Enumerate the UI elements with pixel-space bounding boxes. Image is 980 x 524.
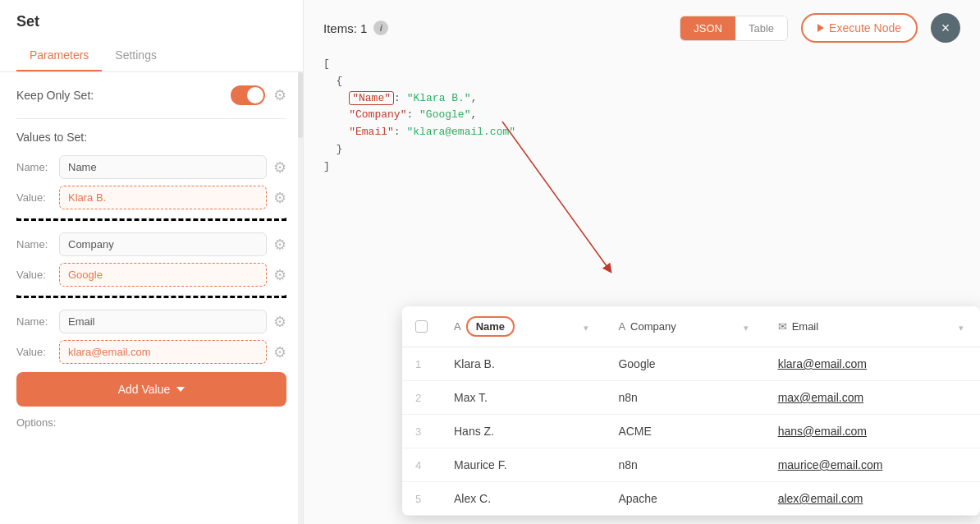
field-name-val-gear-icon[interactable]: ⚙ bbox=[273, 189, 286, 207]
table-overlay: A Name ▾ A Company ▾ bbox=[402, 306, 980, 516]
name-type-icon: A bbox=[454, 320, 461, 333]
th-company: A Company ▾ bbox=[605, 306, 764, 347]
execute-node-button[interactable]: Execute Node bbox=[801, 13, 918, 43]
add-value-button[interactable]: Add Value bbox=[16, 372, 286, 407]
right-panel: Items: 1 i JSON Table Execute Node × [ {… bbox=[304, 0, 980, 524]
keep-only-set-label: Keep Only Set: bbox=[16, 89, 94, 102]
field-company-val-gear-icon[interactable]: ⚙ bbox=[273, 266, 286, 284]
divider-2 bbox=[16, 218, 286, 221]
tab-parameters[interactable]: Parameters bbox=[16, 40, 102, 71]
field-group-email: Name: Email ⚙ Value: klara@email.com ⚙ bbox=[16, 310, 286, 364]
table-row: 2 Max T. n8n max@email.com bbox=[402, 381, 980, 415]
keep-only-set-toggle[interactable] bbox=[231, 85, 265, 105]
row-num-2: 2 bbox=[402, 381, 441, 415]
field-name-gear-icon[interactable]: ⚙ bbox=[273, 159, 286, 177]
json-line-bracket-close: ] bbox=[323, 159, 960, 176]
keep-only-gear-icon[interactable]: ⚙ bbox=[273, 86, 286, 104]
main-container: Set Parameters Settings Keep Only Set: ⚙… bbox=[0, 0, 980, 524]
cell-name-5: Alex C. bbox=[441, 482, 605, 516]
col-header-company: A Company ▾ bbox=[618, 320, 751, 333]
tab-settings[interactable]: Settings bbox=[102, 40, 170, 71]
json-line-company: "Company": "Google", bbox=[323, 107, 960, 124]
email-col-label: Email bbox=[792, 320, 819, 333]
cell-email-1: klara@email.com bbox=[765, 347, 980, 381]
cell-name-4: Maurice F. bbox=[441, 448, 605, 482]
left-panel: Set Parameters Settings Keep Only Set: ⚙… bbox=[0, 0, 304, 524]
cell-company-5: Apache bbox=[605, 482, 764, 516]
toggle-knob bbox=[247, 87, 263, 103]
row-num-4: 4 bbox=[402, 448, 441, 482]
header-checkbox[interactable] bbox=[415, 320, 428, 333]
cell-email-4: maurice@email.com bbox=[765, 448, 980, 482]
name-sort-icon[interactable]: ▾ bbox=[584, 323, 592, 331]
json-line-name: "Name": "Klara B.", bbox=[323, 90, 960, 108]
email-key-value[interactable]: Email bbox=[59, 310, 267, 333]
scroll-thumb[interactable] bbox=[298, 72, 303, 138]
name-key-value[interactable]: Name bbox=[59, 155, 267, 179]
json-line-brace-close: } bbox=[323, 141, 960, 159]
company-val-label: Value: bbox=[16, 269, 59, 281]
data-table: A Name ▾ A Company ▾ bbox=[402, 306, 980, 516]
cell-email-3: hans@email.com bbox=[765, 415, 980, 448]
cell-email-2: max@email.com bbox=[765, 381, 980, 415]
panel-header: Set Parameters Settings bbox=[0, 0, 303, 72]
field-group-company: Name: Company ⚙ Value: Google ⚙ bbox=[16, 232, 286, 287]
company-type-icon: A bbox=[618, 320, 625, 333]
json-line-bracket-open: [ bbox=[323, 56, 960, 73]
email-sort-icon[interactable]: ▾ bbox=[959, 323, 967, 331]
table-view-button[interactable]: Table bbox=[735, 16, 787, 40]
options-label: Options: bbox=[16, 416, 286, 429]
field-row-company-val: Value: Google ⚙ bbox=[16, 263, 286, 287]
cell-company-3: ACME bbox=[605, 415, 764, 448]
row-num-3: 3 bbox=[402, 415, 441, 448]
company-val-value[interactable]: Google bbox=[59, 263, 267, 287]
tabs: Parameters Settings bbox=[16, 40, 286, 71]
name-val-value[interactable]: Klara B. bbox=[59, 186, 267, 209]
json-view-button[interactable]: JSON bbox=[680, 16, 735, 40]
close-button[interactable]: × bbox=[931, 13, 960, 43]
company-col-label: Company bbox=[630, 320, 676, 333]
name-val-label: Value: bbox=[16, 191, 59, 204]
cell-name-1: Klara B. bbox=[441, 347, 605, 381]
name-key-label: Name: bbox=[16, 161, 59, 173]
add-value-chevron-icon bbox=[176, 387, 185, 392]
execute-button-label: Execute Node bbox=[829, 21, 901, 34]
setting-controls: ⚙ bbox=[231, 85, 286, 105]
view-toggle: JSON Table bbox=[680, 16, 788, 41]
company-sort-icon[interactable]: ▾ bbox=[744, 323, 752, 331]
email-key-label: Name: bbox=[16, 315, 59, 328]
field-row-company-key: Name: Company ⚙ bbox=[16, 232, 286, 256]
panel-title: Set bbox=[16, 13, 286, 30]
company-key-value[interactable]: Company bbox=[59, 232, 267, 256]
email-type-icon: ✉ bbox=[778, 320, 787, 333]
cell-email-5: alex@email.com bbox=[765, 482, 980, 516]
cell-company-1: Google bbox=[605, 347, 764, 381]
cell-name-2: Max T. bbox=[441, 381, 605, 415]
table-row: 4 Maurice F. n8n maurice@email.com bbox=[402, 448, 980, 482]
table-body: 1 Klara B. Google klara@email.com 2 Max … bbox=[402, 347, 980, 516]
email-val-value[interactable]: klara@email.com bbox=[59, 340, 267, 364]
play-icon bbox=[817, 24, 824, 32]
field-row-name-val: Value: Klara B. ⚙ bbox=[16, 186, 286, 209]
items-count: Items: 1 i bbox=[323, 21, 388, 35]
json-line-email: "Email": "klara@email.com" bbox=[323, 124, 960, 141]
scroll-track bbox=[298, 72, 303, 524]
field-company-gear-icon[interactable]: ⚙ bbox=[273, 236, 286, 254]
add-value-label: Add Value bbox=[118, 383, 171, 396]
json-line-brace-open: { bbox=[323, 73, 960, 90]
th-email: ✉ Email ▾ bbox=[765, 306, 980, 347]
panel-body: Keep Only Set: ⚙ Values to Set: Name: Na… bbox=[0, 72, 303, 524]
divider-3 bbox=[16, 295, 286, 298]
field-email-gear-icon[interactable]: ⚙ bbox=[273, 313, 286, 331]
name-col-label: Name bbox=[466, 316, 515, 337]
col-header-email: ✉ Email ▾ bbox=[778, 320, 967, 333]
items-count-text: Items: 1 bbox=[323, 21, 367, 35]
th-name: A Name ▾ bbox=[441, 306, 605, 347]
table-row: 3 Hans Z. ACME hans@email.com bbox=[402, 415, 980, 448]
field-row-email-key: Name: Email ⚙ bbox=[16, 310, 286, 333]
th-checkbox bbox=[402, 306, 441, 347]
field-group-name: Name: Name ⚙ Value: Klara B. ⚙ bbox=[16, 155, 286, 209]
info-icon[interactable]: i bbox=[373, 21, 388, 35]
field-email-val-gear-icon[interactable]: ⚙ bbox=[273, 343, 286, 361]
json-area: [ { "Name": "Klara B.", "Company": "Goog… bbox=[304, 56, 980, 189]
